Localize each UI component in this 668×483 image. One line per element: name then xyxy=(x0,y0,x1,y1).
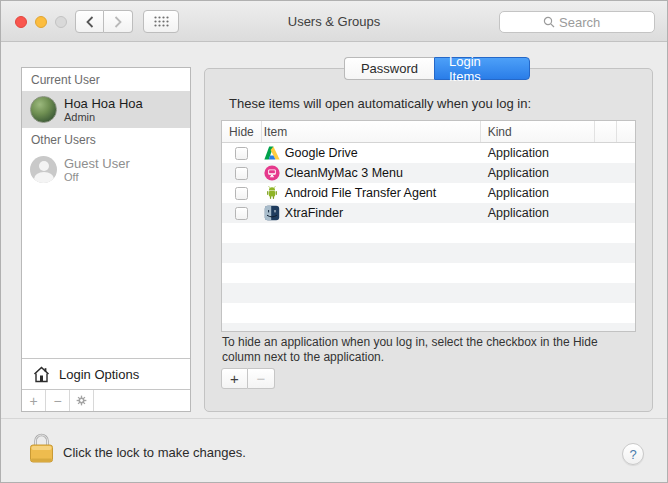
user-role: Admin xyxy=(64,111,143,124)
column-header-kind[interactable]: Kind xyxy=(481,121,595,142)
login-options-label: Login Options xyxy=(59,367,139,382)
tab-password[interactable]: Password xyxy=(344,57,434,80)
user-list-sidebar: Current User Hoa Hoa Hoa Admin Other Use… xyxy=(21,67,191,412)
item-name: Android File Transfer Agent xyxy=(285,186,436,200)
table-row[interactable]: XtraFinder Application xyxy=(222,203,635,223)
icon-google-drive xyxy=(264,145,280,161)
search-input[interactable] xyxy=(559,15,611,30)
tab-login-items[interactable]: Login Items xyxy=(434,57,530,80)
hide-checkbox[interactable] xyxy=(235,207,248,220)
guest-avatar xyxy=(30,156,57,183)
table-row[interactable]: Google Drive Application xyxy=(222,143,635,163)
user-name: Hoa Hoa Hoa xyxy=(64,96,143,111)
item-kind: Application xyxy=(488,206,549,220)
hide-help-text: To hide an application when you log in, … xyxy=(222,335,627,365)
login-items-table: Hide Item Kind Google Drive Application … xyxy=(221,120,636,332)
sidebar-item-current-user[interactable]: Hoa Hoa Hoa Admin xyxy=(22,91,190,128)
current-user-header: Current User xyxy=(22,68,190,91)
user-avatar xyxy=(30,96,57,123)
tab-bar: Password Login Items xyxy=(344,57,530,80)
search-icon xyxy=(543,16,555,28)
lock-message: Click the lock to make changes. xyxy=(63,445,246,460)
item-kind: Application xyxy=(488,146,549,160)
table-empty-row xyxy=(222,243,635,263)
users-and-groups-window: Users & Groups Current User Hoa Hoa Hoa … xyxy=(0,0,668,483)
add-remove-group: + − xyxy=(221,368,275,389)
icon-cleanmymac xyxy=(264,165,280,181)
search-field[interactable] xyxy=(499,11,655,33)
table-empty-row xyxy=(222,223,635,243)
table-empty-row xyxy=(222,283,635,303)
item-name: Google Drive xyxy=(285,146,358,160)
sidebar-toolbar: + − xyxy=(22,389,190,411)
hide-checkbox[interactable] xyxy=(235,187,248,200)
item-kind: Application xyxy=(488,186,549,200)
hide-checkbox[interactable] xyxy=(235,147,248,160)
table-empty-row xyxy=(222,323,635,332)
table-header: Hide Item Kind xyxy=(222,121,635,143)
table-row[interactable]: CleanMyMac 3 Menu Application xyxy=(222,163,635,183)
table-empty-row xyxy=(222,303,635,323)
icon-android xyxy=(264,185,280,201)
column-header-item[interactable]: Item xyxy=(262,121,481,142)
column-header-extra2 xyxy=(617,121,635,142)
item-name: XtraFinder xyxy=(285,206,343,220)
home-icon xyxy=(32,366,51,383)
icon-xtrafinder xyxy=(264,205,280,221)
add-login-item-button[interactable]: + xyxy=(221,368,248,389)
help-button[interactable]: ? xyxy=(622,443,644,465)
login-options-button[interactable]: Login Options xyxy=(22,358,190,389)
column-header-hide[interactable]: Hide xyxy=(222,121,262,142)
login-items-table-body: Google Drive Application CleanMyMac 3 Me… xyxy=(222,143,635,332)
toolbar-filler xyxy=(94,390,190,411)
guest-name: Guest User xyxy=(64,156,130,171)
sidebar-item-guest-user[interactable]: Guest User Off xyxy=(22,151,190,188)
gear-icon xyxy=(75,394,88,407)
guest-status: Off xyxy=(64,171,130,184)
hide-checkbox[interactable] xyxy=(235,167,248,180)
titlebar: Users & Groups xyxy=(1,1,667,42)
table-empty-row xyxy=(222,263,635,283)
sidebar-spacer xyxy=(22,188,190,358)
remove-login-item-button[interactable]: − xyxy=(248,368,275,389)
remove-user-button[interactable]: − xyxy=(46,390,70,411)
item-kind: Application xyxy=(488,166,549,180)
table-row[interactable]: Android File Transfer Agent Application xyxy=(222,183,635,203)
item-name: CleanMyMac 3 Menu xyxy=(285,166,403,180)
footer-divider xyxy=(1,418,667,419)
add-user-button[interactable]: + xyxy=(22,390,46,411)
column-header-extra1 xyxy=(595,121,617,142)
other-users-header: Other Users xyxy=(22,128,190,151)
lock-icon xyxy=(28,432,55,464)
user-actions-button[interactable] xyxy=(70,390,94,411)
login-items-heading: These items will open automatically when… xyxy=(229,96,531,111)
lock-button[interactable] xyxy=(28,432,55,464)
